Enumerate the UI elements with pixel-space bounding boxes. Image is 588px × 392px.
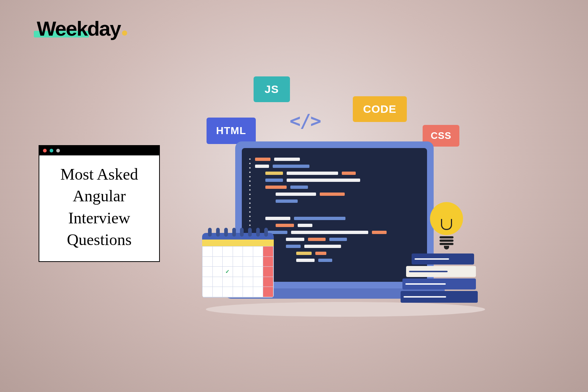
brand-logo: Weekday bbox=[37, 17, 127, 40]
calendar-grid: ✓ bbox=[202, 246, 274, 298]
window-min-icon bbox=[50, 149, 53, 152]
logo-text: Weekday bbox=[37, 17, 121, 40]
check-icon: ✓ bbox=[225, 269, 230, 275]
window-max-icon bbox=[56, 149, 60, 152]
title-text: Most Asked Angular Interview Questions bbox=[47, 163, 152, 251]
code-body bbox=[255, 157, 420, 273]
illustration: JS HTML CODE CSS </> bbox=[195, 73, 507, 360]
code-bracket-icon: </> bbox=[290, 110, 320, 132]
tag-code: CODE bbox=[353, 96, 407, 122]
title-card: Most Asked Angular Interview Questions bbox=[39, 145, 160, 262]
tag-html: HTML bbox=[207, 118, 256, 144]
books-icon bbox=[401, 253, 478, 304]
calendar-rings bbox=[202, 228, 274, 237]
desk-shadow bbox=[206, 302, 485, 317]
lightbulb-icon bbox=[430, 202, 463, 249]
window-close-icon bbox=[43, 149, 47, 152]
logo-dot-icon bbox=[122, 30, 127, 36]
title-card-bar bbox=[39, 146, 159, 155]
title-card-body: Most Asked Angular Interview Questions bbox=[39, 155, 159, 261]
calendar-icon: ✓ bbox=[202, 228, 274, 298]
tag-js: JS bbox=[254, 76, 290, 102]
